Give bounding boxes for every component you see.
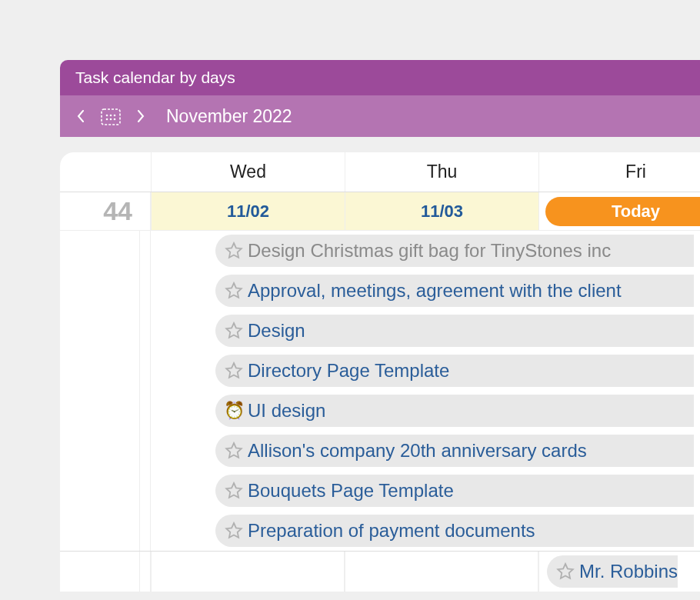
task-title: Approval, meetings, agreement with the c… [248, 280, 622, 302]
date-row: 44 11/02 11/03 Today [60, 192, 700, 231]
star-icon[interactable] [225, 322, 243, 340]
calendar-icon [100, 106, 122, 126]
today-pill: Today [545, 197, 700, 226]
date-label: 11/02 [227, 202, 269, 222]
task-item[interactable]: ⏰UI design [215, 395, 694, 427]
task-item[interactable]: Design [215, 315, 694, 347]
next-week-row: Mr. Robbins [60, 552, 700, 592]
star-icon[interactable] [225, 282, 243, 300]
task-row: Directory Page Template [60, 351, 700, 391]
star-icon[interactable] [225, 482, 243, 500]
date-cell-11-03[interactable]: 11/03 [345, 192, 538, 230]
svg-point-6 [114, 118, 116, 121]
month-label: November 2022 [166, 106, 292, 127]
task-title: Design [248, 320, 305, 342]
svg-point-1 [106, 115, 108, 117]
star-icon[interactable] [225, 442, 243, 460]
day-header-thu: Thu [345, 152, 538, 192]
task-row: Allison's company 20th anniversary cards [60, 431, 700, 471]
task-item[interactable]: Allison's company 20th anniversary cards [215, 435, 694, 467]
day-header-fri: Fri [538, 152, 700, 192]
star-icon[interactable] [225, 522, 243, 540]
month-nav-bar: November 2022 [60, 95, 700, 137]
task-row: Approval, meetings, agreement with the c… [60, 271, 700, 311]
star-icon[interactable] [556, 562, 575, 581]
date-cell-11-02[interactable]: 11/02 [151, 192, 345, 230]
task-row: Design Christmas gift bag for TinyStones… [60, 231, 700, 271]
next-month-button[interactable] [135, 108, 146, 124]
task-item[interactable]: Preparation of payment documents [215, 515, 694, 547]
task-list: Design Christmas gift bag for TinyStones… [60, 231, 700, 552]
task-title: Mr. Robbins [579, 561, 678, 582]
task-title: Design Christmas gift bag for TinyStones… [248, 240, 611, 262]
week-number: 44 [60, 192, 140, 230]
calendar-picker-button[interactable] [100, 106, 122, 126]
task-row: ⏰UI design [60, 391, 700, 431]
prev-month-button[interactable] [75, 108, 86, 124]
star-icon[interactable] [225, 362, 243, 380]
task-item[interactable]: Directory Page Template [215, 355, 694, 387]
svg-point-3 [114, 115, 116, 117]
day-header-wed: Wed [151, 152, 345, 192]
task-row: Bouquets Page Template [60, 471, 700, 511]
task-item[interactable]: Bouquets Page Template [215, 475, 694, 507]
date-label: 11/03 [421, 202, 463, 222]
star-icon[interactable] [225, 242, 243, 260]
task-item[interactable]: Design Christmas gift bag for TinyStones… [215, 235, 694, 267]
task-item-robbins[interactable]: Mr. Robbins [547, 555, 678, 588]
day-headers-row: Wed Thu Fri [60, 152, 700, 192]
alarm-icon: ⏰ [225, 402, 243, 420]
task-item[interactable]: Approval, meetings, agreement with the c… [215, 275, 694, 307]
title-bar: Task calendar by days [60, 60, 700, 95]
task-row: Design [60, 311, 700, 351]
task-title: UI design [248, 400, 325, 422]
chevron-right-icon [137, 110, 145, 122]
chevron-left-icon [77, 110, 85, 122]
page-title: Task calendar by days [75, 68, 235, 87]
task-title: Allison's company 20th anniversary cards [248, 440, 587, 462]
svg-point-2 [110, 115, 112, 117]
svg-point-4 [106, 118, 108, 121]
task-title: Preparation of payment documents [248, 520, 535, 542]
date-cell-today[interactable]: Today [538, 192, 700, 230]
svg-rect-0 [102, 109, 120, 125]
task-row: Preparation of payment documents [60, 511, 700, 551]
task-title: Bouquets Page Template [248, 480, 454, 502]
calendar-body: Wed Thu Fri 44 11/02 11/03 Today Design … [60, 152, 700, 592]
svg-point-5 [110, 118, 112, 121]
task-title: Directory Page Template [248, 360, 449, 382]
